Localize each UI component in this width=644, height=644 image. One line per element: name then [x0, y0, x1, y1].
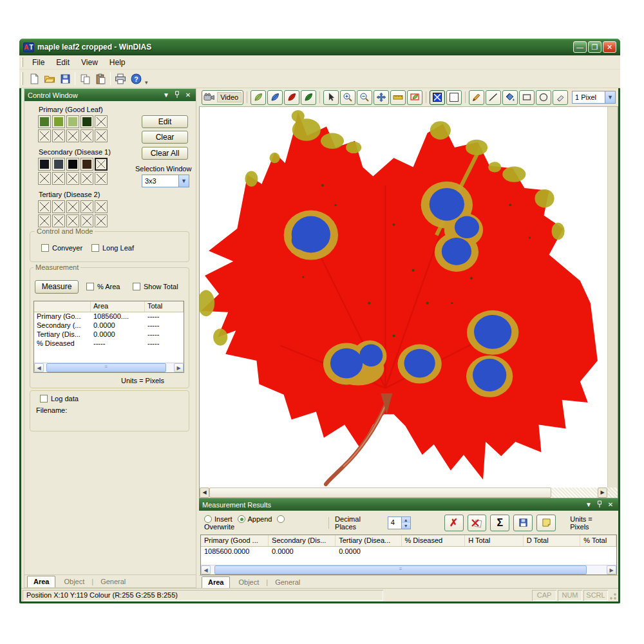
checkbox-icon[interactable]: [91, 244, 99, 252]
primary-swatch[interactable]: [52, 115, 65, 128]
primary-swatch[interactable]: [66, 115, 79, 128]
toolbar-overflow-icon[interactable]: ▾: [145, 79, 148, 88]
save-results-button[interactable]: [513, 515, 533, 531]
video-button[interactable]: Video: [202, 90, 243, 105]
results-table-header[interactable]: % Diseased: [402, 535, 466, 546]
primary-swatch[interactable]: [66, 129, 79, 142]
control-table-row[interactable]: Tertiary (Dis...0.0000-----: [34, 330, 184, 339]
tertiary-swatch[interactable]: [80, 214, 93, 227]
title-bar[interactable]: AT maple leaf2 cropped - WinDIAS — ❐ ✕: [19, 39, 620, 55]
help-icon[interactable]: ?: [129, 71, 143, 86]
control-window-header[interactable]: Control Window ▼ ✕: [24, 89, 196, 101]
secondary-swatch[interactable]: [38, 172, 51, 185]
results-table-header[interactable]: H Total: [465, 535, 523, 546]
secondary-swatch[interactable]: [80, 172, 93, 185]
delete-all-button[interactable]: [468, 515, 487, 531]
save-icon[interactable]: [58, 71, 72, 86]
results-table-header[interactable]: Primary (Good ...: [201, 535, 269, 546]
results-table-row[interactable]: 1085600.00000.00000.0000: [201, 547, 616, 557]
pin-icon[interactable]: [595, 500, 604, 509]
control-table-row[interactable]: % Diseased----------: [34, 339, 184, 348]
calibrate-leaf-button[interactable]: [407, 90, 422, 105]
menu-grip[interactable]: [21, 57, 23, 67]
tertiary-swatch[interactable]: [38, 214, 51, 227]
radio-append[interactable]: Append: [238, 515, 272, 523]
zoom-out-button[interactable]: [357, 90, 372, 105]
checkbox-icon[interactable]: [41, 244, 49, 252]
close-icon[interactable]: ✕: [184, 91, 193, 99]
tertiary-swatch[interactable]: [38, 200, 51, 213]
tab-area[interactable]: Area: [202, 576, 230, 588]
pencil-button[interactable]: [469, 90, 484, 105]
delete-row-button[interactable]: ✗: [444, 515, 464, 531]
leaf-all-button[interactable]: [301, 90, 316, 105]
close-button[interactable]: ✕: [603, 41, 616, 53]
primary-swatch[interactable]: [38, 129, 51, 142]
measure-button[interactable]: Measure: [35, 280, 79, 294]
secondary-swatch[interactable]: [66, 172, 79, 185]
menu-item-edit[interactable]: Edit: [50, 57, 75, 68]
checkbox-icon[interactable]: [133, 283, 140, 290]
minimize-button[interactable]: —: [573, 41, 587, 53]
secondary-swatch[interactable]: [66, 158, 79, 171]
menu-item-file[interactable]: File: [26, 57, 50, 68]
scroll-thumb[interactable]: [46, 363, 166, 372]
results-table-header[interactable]: Secondary (Dis...: [269, 535, 336, 546]
open-folder-icon[interactable]: [43, 71, 57, 86]
scroll-right-icon[interactable]: ▶: [174, 363, 184, 372]
scroll-right-icon[interactable]: ▶: [607, 565, 616, 574]
log-data-checkbox[interactable]: Log data: [40, 395, 79, 402]
chevron-down-icon[interactable]: ▼: [605, 91, 615, 103]
results-table-header[interactable]: Tertiary (Disea...: [336, 535, 401, 546]
toolbar-grip[interactable]: [21, 72, 23, 85]
control-table-row[interactable]: Primary (Go...1085600....-----: [34, 312, 184, 321]
secondary-swatch[interactable]: [95, 172, 108, 185]
secondary-swatch[interactable]: [52, 158, 65, 171]
results-table-header[interactable]: D Total: [524, 535, 581, 546]
control-table-hscroll[interactable]: ◀ ▶: [34, 363, 184, 372]
sum-button[interactable]: Σ: [490, 515, 509, 531]
chevron-down-icon[interactable]: ▼: [162, 91, 171, 99]
secondary-swatch[interactable]: [95, 158, 108, 171]
vertical-scroll-gutter[interactable]: [607, 107, 618, 488]
line-button[interactable]: [486, 90, 501, 105]
scroll-thumb[interactable]: [209, 488, 551, 498]
scroll-left-icon[interactable]: ◀: [201, 565, 211, 574]
print-icon[interactable]: [113, 71, 128, 86]
pct-area-checkbox[interactable]: % Area: [86, 283, 120, 290]
menu-item-view[interactable]: View: [75, 57, 104, 68]
conveyer-checkbox[interactable]: Conveyer: [41, 244, 82, 252]
radio-insert[interactable]: Insert: [204, 515, 232, 523]
tertiary-swatch[interactable]: [52, 200, 65, 213]
leaf-secondary-button[interactable]: [267, 90, 283, 105]
scroll-left-icon[interactable]: ◀: [200, 488, 209, 498]
tertiary-swatch[interactable]: [95, 214, 108, 227]
pixel-size-dropdown[interactable]: 1 Pixel ▼: [572, 91, 616, 104]
cursor-button[interactable]: [323, 90, 339, 105]
control-table-header[interactable]: Area: [91, 301, 145, 312]
primary-swatch[interactable]: [95, 115, 108, 128]
ellipse-button[interactable]: [536, 90, 551, 105]
primary-swatch[interactable]: [52, 129, 65, 142]
clear-button[interactable]: Clear: [142, 131, 188, 144]
leaf-tertiary-button[interactable]: [284, 90, 299, 105]
control-table-header[interactable]: [34, 301, 91, 312]
tab-area[interactable]: Area: [27, 576, 55, 587]
resize-grip[interactable]: [608, 590, 617, 601]
chevron-down-icon[interactable]: ▼: [584, 501, 593, 508]
decimal-places-stepper[interactable]: 4 ▲▼: [388, 516, 411, 529]
fill-button[interactable]: [502, 90, 518, 105]
maximize-button[interactable]: ❐: [588, 41, 601, 53]
scroll-right-icon[interactable]: ▶: [598, 488, 607, 498]
scroll-left-icon[interactable]: ◀: [34, 363, 44, 372]
secondary-swatch[interactable]: [52, 172, 65, 185]
radio-icon[interactable]: [204, 515, 212, 523]
image-hscrollbar[interactable]: ◀ ▶: [200, 488, 607, 498]
log-note-button[interactable]: [536, 515, 556, 531]
chevron-down-icon[interactable]: ▼: [178, 175, 189, 187]
tab-general[interactable]: General: [269, 577, 306, 588]
tertiary-swatch[interactable]: [66, 214, 79, 227]
primary-swatch[interactable]: [80, 129, 93, 142]
tertiary-swatch[interactable]: [66, 200, 79, 213]
primary-swatch[interactable]: [38, 115, 51, 128]
